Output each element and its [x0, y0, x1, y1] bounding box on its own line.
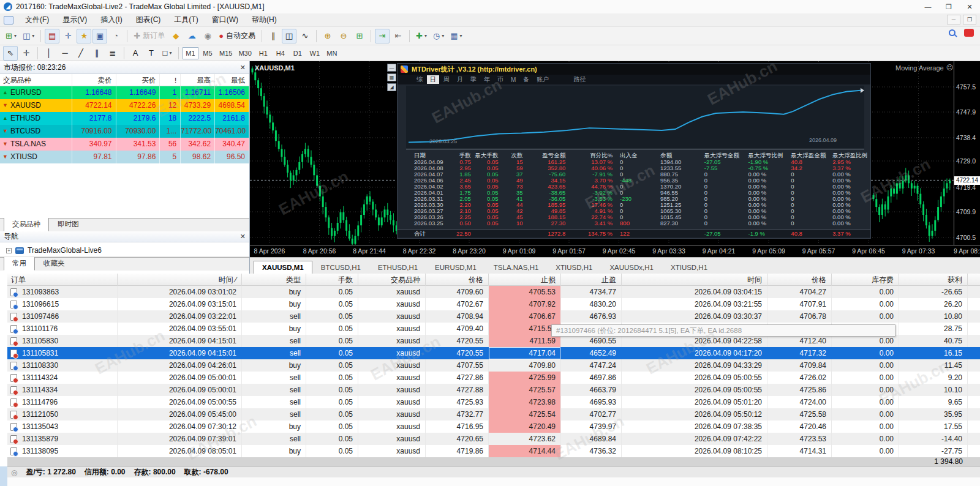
menu-item-1[interactable]: 显示(V): [56, 13, 94, 27]
order-row-131096615[interactable]: 1310966152026.04.09 03:15:01buy0.05xauus…: [7, 298, 980, 310]
trendline-tool[interactable]: ╱: [74, 46, 88, 61]
menu-item-5[interactable]: 窗口(W): [205, 13, 245, 27]
market-watch-row[interactable]: ▲ETHUSD2177.82179.6182222.52161.8: [0, 112, 249, 125]
menu-item-4[interactable]: 工具(T): [167, 13, 205, 27]
timeframe-M30[interactable]: M30: [236, 47, 254, 59]
mtdriver-tab-月[interactable]: 月: [454, 75, 466, 84]
navigator-close-icon[interactable]: ✕: [240, 233, 246, 241]
horizontal-line-tool[interactable]: ─: [58, 46, 72, 61]
mtdriver-tab-账户[interactable]: 账户: [533, 75, 552, 84]
chart-tab-4[interactable]: TSLA.NAS,H1: [485, 261, 548, 274]
order-row-131138095[interactable]: 1311380952026.04.09 08:05:01buy0.05xauus…: [7, 445, 980, 457]
order-row-131114324[interactable]: 1311143242026.04.09 05:00:01sell0.05xauu…: [7, 372, 980, 384]
navigator-tab-常用[interactable]: 常用: [4, 257, 35, 271]
timeframe-H4[interactable]: H4: [273, 47, 288, 59]
chart-tab-6[interactable]: XAUUSDx,H1: [601, 261, 662, 274]
text-tool[interactable]: A: [128, 46, 143, 61]
timeframe-H1[interactable]: H1: [255, 47, 271, 59]
vertical-line-tool[interactable]: │: [42, 46, 56, 61]
grid-subwindow-icon[interactable]: ▦: [387, 73, 396, 81]
market-watch-row[interactable]: ▼BTCUSD70916.0070930.001...71772.0070461…: [0, 125, 249, 138]
timeframe-D1[interactable]: D1: [290, 47, 306, 59]
orders-column-4[interactable]: 交易品种: [358, 274, 426, 286]
orders-column-2[interactable]: 类型: [242, 274, 306, 286]
order-row-131093863[interactable]: 1310938632026.04.09 03:01:02buy0.05xauus…: [7, 286, 980, 298]
tile-windows-button[interactable]: ⊞: [352, 29, 367, 43]
mtdriver-tab-日[interactable]: 日: [427, 75, 439, 84]
fibonacci-tool[interactable]: ≣: [105, 46, 120, 61]
menu-item-2[interactable]: 插入(I): [94, 13, 129, 27]
periods-button[interactable]: ◷▾: [431, 29, 447, 43]
market-watch-tab-交易品种[interactable]: 交易品种: [4, 218, 49, 231]
crosshair-tool[interactable]: ✛: [19, 46, 34, 61]
order-row-131105831[interactable]: 1311058312026.04.09 04:15:01sell0.05xauu…: [7, 347, 980, 359]
timeframe-MN[interactable]: MN: [324, 47, 340, 59]
orders-column-6[interactable]: 止损: [489, 274, 561, 286]
auto-scroll-button[interactable]: ⇥: [375, 29, 390, 43]
indicators-button[interactable]: ✚▾: [413, 29, 429, 43]
menu-item-3[interactable]: 图表(C): [129, 13, 168, 27]
menu-item-6[interactable]: 帮助(H): [245, 13, 284, 27]
orders-column-11[interactable]: 获利: [899, 274, 968, 286]
resize-subwindow-icon[interactable]: ◢: [387, 83, 396, 91]
order-row-131097466[interactable]: 1310974662026.04.09 03:22:01sell0.05xauu…: [7, 310, 980, 323]
chart-tab-3[interactable]: EURUSD,M1: [426, 261, 485, 274]
minimize-button[interactable]: —: [918, 0, 938, 13]
timeframe-W1[interactable]: W1: [307, 47, 323, 59]
mtdriver-tab-path[interactable]: 路径: [570, 75, 589, 84]
chart-tab-0[interactable]: XAUUSD,M1: [254, 261, 312, 274]
mtdriver-tab-年[interactable]: 年: [481, 75, 493, 84]
navigator-button[interactable]: ★: [77, 29, 91, 43]
time-axis[interactable]: 8 Apr 20268 Apr 20:568 Apr 21:448 Apr 22…: [250, 245, 980, 257]
orders-column-9[interactable]: 价格: [767, 274, 832, 286]
support-chat-icon[interactable]: [964, 29, 974, 37]
timeframe-M1[interactable]: M1: [183, 47, 198, 59]
mtdriver-tab-周[interactable]: 周: [440, 75, 453, 84]
orders-column-3[interactable]: 手数: [306, 274, 358, 286]
market-watch-tab-即时图[interactable]: 即时图: [49, 219, 88, 231]
child-minimize-button[interactable]: ─: [947, 15, 960, 24]
metaeditor-button[interactable]: ◆: [168, 29, 183, 43]
orders-column-0[interactable]: 订单: [7, 274, 118, 286]
chart-tab-2[interactable]: ETHUSD,H1: [369, 261, 426, 274]
navigator-tab-收藏夹[interactable]: 收藏夹: [35, 258, 74, 271]
orders-column-10[interactable]: 库存费: [832, 274, 899, 286]
close-button[interactable]: ✕: [959, 0, 980, 13]
label-tool[interactable]: T: [144, 46, 159, 61]
profiles-button[interactable]: ◫▾: [20, 29, 37, 43]
child-restore-button[interactable]: ❐: [963, 15, 976, 24]
shapes-tool[interactable]: □▾: [160, 46, 175, 61]
timeframe-M15[interactable]: M15: [217, 47, 235, 59]
expand-icon[interactable]: +: [6, 248, 12, 253]
templates-button[interactable]: ▦▾: [448, 29, 464, 43]
menu-item-0[interactable]: 文件(F): [18, 13, 56, 27]
mtdriver-tab-备[interactable]: 备: [520, 75, 532, 84]
orders-column-1[interactable]: 时间 ∕: [118, 274, 242, 286]
mtdriver-tab-综[interactable]: 综: [413, 75, 426, 84]
order-row-131114334[interactable]: 1311143342026.04.09 05:00:01sell0.05xauu…: [7, 384, 980, 396]
market-watch-row[interactable]: ▼XTIUSD97.8197.86598.6296.50: [0, 151, 249, 163]
order-row-131105830[interactable]: 1311058302026.04.09 04:15:01sell0.05xauu…: [7, 335, 980, 347]
mtdriver-tab-季[interactable]: 季: [467, 75, 480, 84]
market-watch-button[interactable]: ▤: [45, 29, 59, 43]
terminal-button[interactable]: ▣: [92, 29, 107, 43]
mtdriver-tab-M[interactable]: M: [508, 77, 519, 83]
line-chart-button[interactable]: ∿: [298, 29, 312, 43]
zoom-in-button[interactable]: ⊕: [320, 29, 335, 43]
search-icon[interactable]: [949, 29, 956, 36]
alerts-button[interactable]: ◉: [200, 29, 215, 43]
market-watch-close-icon[interactable]: ✕: [240, 64, 246, 72]
order-row-131114796[interactable]: 1311147962026.04.09 05:00:55sell0.05xauu…: [7, 396, 980, 408]
chart-tab-1[interactable]: BTCUSD,H1: [312, 261, 369, 274]
market-watch-row[interactable]: ▼TSLA.NAS340.97341.5356342.62340.47: [0, 138, 249, 151]
maximize-button[interactable]: ❐: [938, 0, 959, 13]
order-row-131135043[interactable]: 1311350432026.04.09 07:30:12buy0.05xauus…: [7, 421, 980, 433]
chart-tab-5[interactable]: XTIUSD,H1: [547, 261, 601, 274]
new-chart-button[interactable]: ⊞▾: [3, 29, 19, 43]
market-watch-row[interactable]: ▼XAUUSD4722.144722.26124733.294698.54: [0, 99, 249, 112]
market-watch-row[interactable]: ▲EURUSD1.166481.1664911.167111.16506: [0, 86, 249, 99]
bar-chart-button[interactable]: ∥: [266, 29, 281, 43]
mql5-community-button[interactable]: ☁: [184, 29, 199, 43]
chart-tab-7[interactable]: XTIUSD,H1: [662, 261, 716, 274]
navigator-account-item[interactable]: + TradeMaxGlobal-Live6: [0, 242, 249, 257]
